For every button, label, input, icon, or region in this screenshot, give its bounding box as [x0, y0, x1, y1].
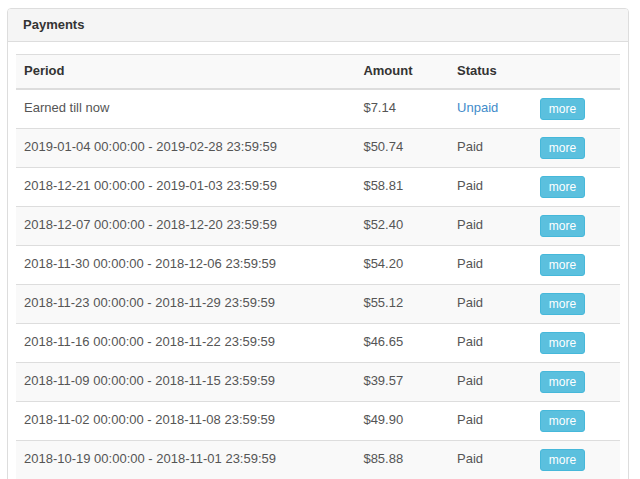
more-button[interactable]: more: [540, 371, 585, 393]
status-text: Paid: [457, 256, 483, 271]
action-cell: more: [532, 362, 620, 401]
status-cell: Paid: [449, 167, 532, 206]
more-button[interactable]: more: [540, 98, 585, 120]
more-button[interactable]: more: [540, 176, 585, 198]
table-row: 2018-11-23 00:00:00 - 2018-11-29 23:59:5…: [16, 284, 620, 323]
action-cell: more: [532, 167, 620, 206]
table-header-row: Period Amount Status: [16, 55, 620, 89]
column-header-action: [532, 55, 620, 89]
more-button[interactable]: more: [540, 449, 585, 471]
status-text: Paid: [457, 139, 483, 154]
status-text: Paid: [457, 217, 483, 232]
status-cell: Paid: [449, 362, 532, 401]
payments-table: Period Amount Status Earned till now $7.…: [16, 54, 620, 479]
amount-cell: $46.65: [355, 323, 449, 362]
period-cell: 2018-12-21 00:00:00 - 2019-01-03 23:59:5…: [16, 167, 355, 206]
status-text[interactable]: Unpaid: [457, 100, 498, 115]
status-cell: Paid: [449, 245, 532, 284]
status-text: Paid: [457, 334, 483, 349]
amount-cell: $52.40: [355, 206, 449, 245]
table-row: 2018-12-07 00:00:00 - 2018-12-20 23:59:5…: [16, 206, 620, 245]
period-cell: 2018-11-16 00:00:00 - 2018-11-22 23:59:5…: [16, 323, 355, 362]
action-cell: more: [532, 245, 620, 284]
amount-cell: $58.81: [355, 167, 449, 206]
column-header-period: Period: [16, 55, 355, 89]
amount-cell: $39.57: [355, 362, 449, 401]
period-cell: 2018-12-07 00:00:00 - 2018-12-20 23:59:5…: [16, 206, 355, 245]
more-button[interactable]: more: [540, 293, 585, 315]
table-row: 2018-11-16 00:00:00 - 2018-11-22 23:59:5…: [16, 323, 620, 362]
status-text: Paid: [457, 373, 483, 388]
status-cell: Paid: [449, 323, 532, 362]
amount-cell: $55.12: [355, 284, 449, 323]
amount-cell: $85.88: [355, 440, 449, 479]
period-cell: 2018-11-23 00:00:00 - 2018-11-29 23:59:5…: [16, 284, 355, 323]
action-cell: more: [532, 323, 620, 362]
period-cell: 2019-01-04 00:00:00 - 2019-02-28 23:59:5…: [16, 128, 355, 167]
more-button[interactable]: more: [540, 137, 585, 159]
status-cell: Unpaid: [449, 89, 532, 129]
action-cell: more: [532, 284, 620, 323]
period-cell: 2018-10-19 00:00:00 - 2018-11-01 23:59:5…: [16, 440, 355, 479]
column-header-status: Status: [449, 55, 532, 89]
status-cell: Paid: [449, 440, 532, 479]
more-button[interactable]: more: [540, 254, 585, 276]
panel-heading: Payments: [8, 9, 628, 42]
period-cell: 2018-11-30 00:00:00 - 2018-12-06 23:59:5…: [16, 245, 355, 284]
action-cell: more: [532, 128, 620, 167]
table-row: 2018-10-19 00:00:00 - 2018-11-01 23:59:5…: [16, 440, 620, 479]
status-text: Paid: [457, 295, 483, 310]
status-cell: Paid: [449, 401, 532, 440]
status-text: Paid: [457, 451, 483, 466]
more-button[interactable]: more: [540, 215, 585, 237]
panel-title: Payments: [23, 17, 84, 32]
period-cell: 2018-11-02 00:00:00 - 2018-11-08 23:59:5…: [16, 401, 355, 440]
period-cell: 2018-11-09 00:00:00 - 2018-11-15 23:59:5…: [16, 362, 355, 401]
amount-cell: $7.14: [355, 89, 449, 129]
action-cell: more: [532, 206, 620, 245]
amount-cell: $54.20: [355, 245, 449, 284]
amount-cell: $49.90: [355, 401, 449, 440]
more-button[interactable]: more: [540, 332, 585, 354]
more-button[interactable]: more: [540, 410, 585, 432]
table-row: 2018-12-21 00:00:00 - 2019-01-03 23:59:5…: [16, 167, 620, 206]
action-cell: more: [532, 401, 620, 440]
table-row: 2018-11-09 00:00:00 - 2018-11-15 23:59:5…: [16, 362, 620, 401]
panel-body: Period Amount Status Earned till now $7.…: [8, 42, 628, 479]
status-text: Paid: [457, 178, 483, 193]
status-cell: Paid: [449, 284, 532, 323]
column-header-amount: Amount: [355, 55, 449, 89]
table-row: Earned till now $7.14 Unpaid more: [16, 89, 620, 129]
status-text: Paid: [457, 412, 483, 427]
table-row: 2018-11-02 00:00:00 - 2018-11-08 23:59:5…: [16, 401, 620, 440]
payments-panel: Payments Period Amount Status Earned til…: [7, 8, 629, 479]
period-cell: Earned till now: [16, 89, 355, 129]
table-row: 2018-11-30 00:00:00 - 2018-12-06 23:59:5…: [16, 245, 620, 284]
action-cell: more: [532, 440, 620, 479]
status-cell: Paid: [449, 128, 532, 167]
table-row: 2019-01-04 00:00:00 - 2019-02-28 23:59:5…: [16, 128, 620, 167]
amount-cell: $50.74: [355, 128, 449, 167]
status-cell: Paid: [449, 206, 532, 245]
action-cell: more: [532, 89, 620, 129]
